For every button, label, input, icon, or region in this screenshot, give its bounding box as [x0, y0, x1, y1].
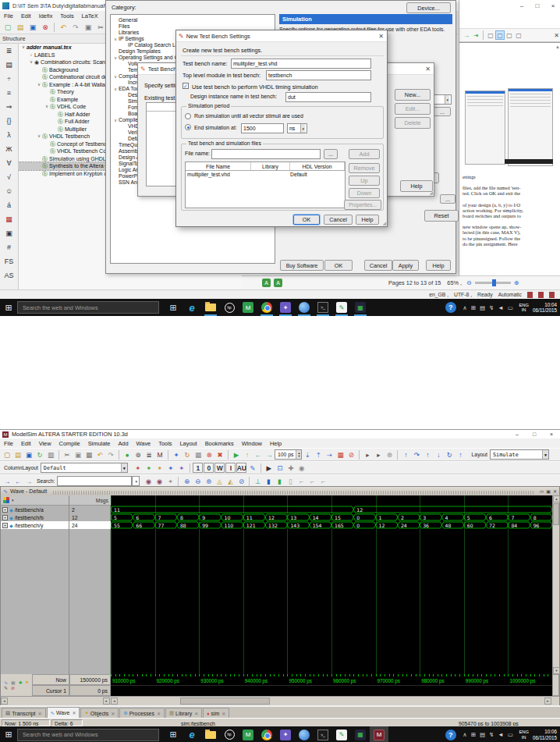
new-file-icon[interactable]: ▢ [2, 449, 12, 460]
symbol-icon[interactable]: √ [2, 170, 16, 184]
layout-select[interactable]: Simulate▼ [490, 449, 549, 460]
zoom-level[interactable]: 65% , [447, 279, 462, 286]
waveform-canvas[interactable]: 1112567891011121314150123456785566778899… [111, 495, 552, 674]
resize-grip[interactable]: ◢ [429, 190, 433, 195]
zoom-slider[interactable] [475, 282, 511, 284]
clock[interactable]: 10:0606/11/2015 [533, 729, 557, 740]
modelsim-icon[interactable]: M [155, 449, 165, 460]
help-button[interactable]: Help [426, 260, 451, 271]
file-table[interactable]: File Name Library HDL Version multiplier… [185, 162, 346, 208]
force-au-icon[interactable]: AU [236, 463, 246, 473]
columnlayout-select[interactable]: Default▼ [41, 463, 128, 473]
ts-menu-tools[interactable]: Tools [56, 12, 77, 20]
close-tab-icon[interactable]: ✕ [38, 711, 42, 716]
to-top-icon[interactable]: ↑ [455, 449, 466, 460]
zoom-out-icon[interactable]: ⊖ [466, 279, 472, 286]
browse-button[interactable]: ... [440, 194, 455, 204]
simulate-icon[interactable]: ✦ [172, 449, 182, 460]
run-icon[interactable]: ↑ [243, 449, 253, 460]
zoom-in-icon[interactable]: ⊕ [182, 476, 192, 486]
maximize-icon[interactable]: □ [530, 0, 545, 11]
stop-sim-icon[interactable]: ▦ [335, 449, 346, 460]
browse-button[interactable]: ... [324, 149, 338, 159]
taskbar-app-edge[interactable]: e [183, 299, 201, 316]
force-0-icon[interactable]: 0 [204, 463, 214, 473]
taskbar-app-cmd[interactable]: >_ [314, 299, 332, 316]
break-all-icon[interactable]: ⊘ [346, 449, 356, 460]
reset-button[interactable]: Reset [424, 210, 459, 222]
ts-menu-latex[interactable]: LaTeX [78, 12, 102, 20]
taskbar-app-editor[interactable]: ✎ [332, 726, 351, 742]
close-icon[interactable]: × [543, 430, 560, 438]
ms-menu-add[interactable]: Add [114, 440, 132, 447]
zoom-in-icon[interactable]: ⊕ [514, 279, 519, 286]
profile-icon[interactable]: ▸ [374, 449, 384, 460]
wave-color-icon-1[interactable]: ✦ [133, 463, 143, 473]
wave-color-icon-2[interactable]: ✦ [144, 463, 154, 473]
add-button[interactable]: Add [349, 149, 380, 159]
scroll-left-icon[interactable]: ◄ [111, 698, 118, 705]
expanded-time-icon[interactable]: ▮ [275, 476, 285, 486]
next-page-icon[interactable]: → [462, 30, 471, 40]
security-icon[interactable]: ⊞ [471, 731, 476, 738]
taskbar-app-cmd[interactable]: >_ [314, 726, 332, 742]
taskbar-app-folder[interactable] [201, 299, 220, 316]
apply-button[interactable]: Apply [392, 260, 419, 271]
hierarchy-icon[interactable]: ≣ [144, 449, 154, 460]
symbol-icon[interactable]: ÷ [2, 72, 16, 86]
search-input[interactable] [57, 476, 132, 486]
zoom-out-icon[interactable]: ⊖ [193, 476, 203, 486]
edit-button[interactable]: Edit... [395, 103, 431, 115]
stop-icon[interactable]: ⊗ [40, 22, 51, 33]
close-icon[interactable]: ✕ [425, 66, 431, 73]
taskbar-app-globe[interactable] [295, 726, 314, 742]
taskbar-app-folder[interactable] [201, 726, 220, 742]
copy-icon[interactable]: ▣ [73, 449, 83, 460]
memory-icon[interactable]: ▦ [193, 449, 204, 460]
reload-icon[interactable]: ↻ [35, 449, 45, 460]
taskbar-app-hp[interactable]: hp [220, 299, 239, 316]
action-center-icon[interactable]: ▭ [508, 731, 513, 738]
facing-pages-icon[interactable]: ▢ [495, 30, 505, 40]
close-tab-icon[interactable]: ✕ [157, 711, 161, 716]
tb-name-input[interactable]: mulitplier_test.vhd [231, 59, 371, 69]
toggle-leaf-icon[interactable]: ▮ [264, 476, 274, 486]
battery-icon[interactable]: ▤ [480, 731, 485, 738]
battery-icon[interactable]: ▤ [480, 304, 485, 311]
taskbar-app-chrome[interactable] [257, 726, 276, 742]
delete-button[interactable]: Delete [395, 117, 431, 129]
scrollbar-thumb[interactable] [553, 503, 559, 525]
ok-button[interactable]: OK [293, 215, 320, 225]
zoom-range-icon[interactable]: ◭ [225, 476, 236, 486]
tab-transcript[interactable]: ▤Transcript✕ [2, 708, 46, 718]
category-item[interactable]: Files [111, 23, 275, 30]
buy-software-button[interactable]: Buy Software [280, 260, 324, 271]
symbol-icon[interactable]: ▦ [2, 212, 16, 226]
ms-menu-window[interactable]: Window [238, 440, 266, 447]
collapse-icon[interactable]: ▯ [285, 476, 296, 486]
time-step-spinbox[interactable]: 100 ps ▲▼ [275, 449, 302, 460]
wave-signal-row[interactable]: +◆/testbench/y [1, 521, 69, 529]
close-tab-icon[interactable]: ✕ [111, 711, 115, 716]
symbol-icon[interactable]: AS [2, 268, 16, 282]
undock-icon[interactable]: ▣ [546, 488, 551, 494]
find-prev-icon[interactable]: ◉ [154, 476, 165, 486]
clock[interactable]: 10:0406/11/2015 [533, 302, 557, 314]
force-1-icon[interactable]: 1 [193, 463, 203, 473]
compile-icon[interactable]: ● [122, 449, 133, 460]
pan-mode-icon[interactable]: ✚ [285, 463, 296, 473]
cursor-lock-icon[interactable]: ⌐ [296, 476, 307, 486]
wave-color-icon-3[interactable]: ✦ [154, 463, 165, 473]
find-options-icon[interactable]: ✦ [165, 476, 175, 486]
scrollbar-thumb[interactable] [180, 698, 270, 705]
symbol-icon[interactable]: ☺ [2, 184, 16, 198]
presentation-icon[interactable]: ▢ [514, 30, 523, 40]
edit-force-icon[interactable]: ✎ [247, 463, 257, 473]
new-document-icon[interactable]: ▢ [2, 22, 13, 33]
linebreak-status[interactable]: Automatic [498, 292, 522, 297]
reorder-icon[interactable]: ↷ [412, 449, 422, 460]
add-selected-icon[interactable]: → [24, 476, 34, 486]
step-out-icon[interactable]: ⇢ [324, 449, 335, 460]
undo-icon[interactable]: ↶ [58, 22, 69, 33]
print-icon[interactable]: ▥ [46, 449, 56, 460]
